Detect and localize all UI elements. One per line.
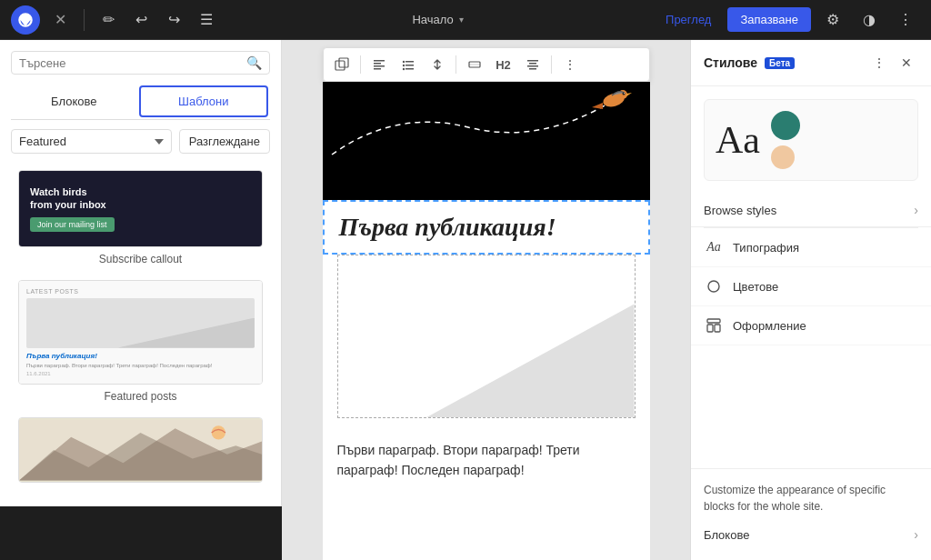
svg-point-25 <box>622 93 625 95</box>
left-panel: 🔍 Блокове Шаблони Featured Разглеждане <box>0 40 282 506</box>
blocks-label: Блокове <box>704 528 914 542</box>
h2-label: H2 <box>496 58 511 72</box>
align-left-button[interactable] <box>366 52 392 77</box>
layout-icon <box>704 315 724 335</box>
panel-more-button[interactable]: ⋮ <box>867 51 891 75</box>
panel-close-button[interactable]: ✕ <box>895 51 918 75</box>
svg-rect-12 <box>405 61 414 63</box>
svg-point-15 <box>402 68 404 70</box>
typography-item[interactable]: Aa Типография <box>691 228 931 267</box>
paragraph-text[interactable]: Първи параграф. Втори параграф! Трети па… <box>337 440 636 481</box>
edit-icon-button[interactable]: ✏ <box>95 7 121 33</box>
text-content-block: Първи параграф. Втори параграф! Трети па… <box>323 429 650 492</box>
layout-label: Оформление <box>733 319 918 333</box>
svg-point-13 <box>402 65 404 66</box>
tab-templates[interactable]: Шаблони <box>139 85 269 117</box>
featured-preview-box: LATEST POSTS Първа публикация! Първи пар… <box>18 280 263 385</box>
svg-rect-22 <box>323 82 650 200</box>
layout-item[interactable]: Оформление <box>691 306 931 345</box>
chevron-right-icon: › <box>914 203 918 217</box>
wide-width-button[interactable] <box>462 52 487 77</box>
panel-header-actions: ⋮ ✕ <box>867 51 918 75</box>
tabs-row: Блокове Шаблони <box>11 84 270 120</box>
svg-rect-18 <box>527 60 538 62</box>
theme-toggle-button[interactable]: ◑ <box>855 5 884 35</box>
heading-level-button[interactable]: H2 <box>491 52 516 77</box>
style-circles <box>771 111 800 169</box>
heading-text: Първа публикация! <box>339 213 634 242</box>
svg-rect-6 <box>339 58 348 67</box>
latest-posts-label: LATEST POSTS <box>26 288 255 295</box>
svg-rect-9 <box>374 65 385 67</box>
colors-item[interactable]: Цветове <box>691 267 931 306</box>
svg-point-26 <box>624 93 625 94</box>
browse-button[interactable]: Разглеждане <box>179 129 270 154</box>
blocks-row[interactable]: Блокове › <box>704 522 918 547</box>
redo-button[interactable]: ↪ <box>161 7 186 33</box>
colors-label: Цветове <box>733 280 918 294</box>
svg-point-4 <box>212 425 225 439</box>
list-view-button2[interactable] <box>395 52 421 77</box>
subscribe-callout-card[interactable]: Watch birdsfrom your inbox Join our mail… <box>11 163 270 273</box>
center-canvas[interactable]: H2 ⋮ <box>282 40 690 560</box>
colors-icon <box>704 276 724 296</box>
more-options-button[interactable]: ⋮ <box>891 5 920 35</box>
beta-badge: Бета <box>765 57 795 69</box>
image-placeholder-block[interactable] <box>337 255 636 418</box>
peach-circle <box>771 145 795 169</box>
svg-point-11 <box>402 61 404 63</box>
typography-label: Типография <box>733 241 918 255</box>
top-bar: ✕ ✏ ↩ ↪ ☰ Начало ▾ Преглед Запазване ⚙ ◑… <box>0 0 931 40</box>
svg-rect-20 <box>527 65 538 67</box>
dropdown-row: Featured Разглеждане <box>11 129 270 154</box>
svg-point-27 <box>708 281 719 292</box>
templates-list: Watch birdsfrom your inbox Join our mail… <box>11 163 270 495</box>
arrows-button[interactable] <box>425 52 450 77</box>
svg-rect-5 <box>335 61 345 70</box>
post-title-preview: Първа публикация! <box>26 352 255 360</box>
text-align-button[interactable] <box>520 52 546 77</box>
preview-button[interactable]: Преглед <box>656 9 720 30</box>
category-select[interactable]: Featured <box>11 129 172 154</box>
search-input[interactable] <box>19 56 246 70</box>
more-block-options-button[interactable]: ⋮ <box>557 52 583 77</box>
search-box: 🔍 <box>11 51 270 75</box>
svg-rect-16 <box>405 68 414 70</box>
svg-rect-28 <box>707 319 720 323</box>
typography-icon: Aa <box>704 237 724 257</box>
panel-title: Стилове <box>704 55 757 70</box>
subscribe-preview: Watch birdsfrom your inbox Join our mail… <box>18 170 263 247</box>
svg-rect-14 <box>405 65 414 66</box>
browse-styles-row[interactable]: Browse styles › <box>691 194 931 227</box>
close-panel-button[interactable]: ✕ <box>47 7 73 33</box>
heading-block[interactable]: Първа публикация! <box>323 200 650 255</box>
list-view-button[interactable]: ☰ <box>194 7 219 33</box>
mountain-card[interactable] <box>11 410 270 495</box>
post-excerpt-preview: Първи параграф. Втори параграф! Трети па… <box>26 362 255 369</box>
undo-button[interactable]: ↩ <box>128 7 154 33</box>
sep2 <box>455 55 456 74</box>
featured-label: Featured posts <box>18 390 263 403</box>
separator <box>84 9 85 31</box>
home-link[interactable]: Начало <box>412 13 453 26</box>
top-bar-right: Преглед Запазване ⚙ ◑ ⋮ <box>656 5 920 35</box>
svg-rect-8 <box>374 63 381 65</box>
post-image-placeholder <box>26 298 255 348</box>
featured-posts-card[interactable]: LATEST POSTS Първа публикация! Първи пар… <box>11 273 270 410</box>
left-panel-wrapper: 🔍 Блокове Шаблони Featured Разглеждане <box>0 40 282 560</box>
mountain-preview <box>18 417 263 483</box>
chevron-down-icon: ▾ <box>459 15 464 25</box>
settings-button[interactable]: ⚙ <box>818 5 847 35</box>
post-date-preview: 11.6.2021 <box>26 371 255 376</box>
search-icon: 🔍 <box>246 55 262 70</box>
duplicate-block-button[interactable] <box>329 52 355 77</box>
watch-text: Watch birdsfrom your inbox <box>30 185 251 212</box>
customize-text: Customize the appearance of specific blo… <box>704 482 918 515</box>
sep3 <box>551 55 552 74</box>
sep1 <box>360 55 361 74</box>
save-button[interactable]: Запазване <box>727 7 811 32</box>
svg-rect-30 <box>715 325 720 332</box>
block-toolbar: H2 ⋮ <box>323 47 650 82</box>
svg-rect-21 <box>529 68 536 70</box>
tab-blocks[interactable]: Блокове <box>11 84 137 119</box>
